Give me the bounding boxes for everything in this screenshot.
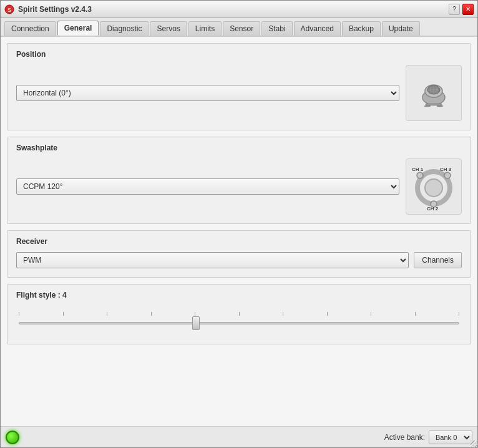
flight-style-section: Flight style : 4 xyxy=(7,284,471,344)
tick-0 xyxy=(19,312,19,316)
status-led xyxy=(6,431,19,444)
position-section: Position Horizontal (0°) Vertical (90°) … xyxy=(7,43,471,130)
tick-7 xyxy=(327,312,328,316)
title-bar: S Spirit Settings v2.4.3 ? ✕ xyxy=(1,1,477,18)
main-window: S Spirit Settings v2.4.3 ? ✕ Connection … xyxy=(0,0,478,448)
swashplate-dropdown[interactable]: CCPM 120° CCPM 140° CCPM 90° Mechanical xyxy=(16,178,399,195)
tick-2 xyxy=(107,312,107,316)
tab-stabi[interactable]: Stabi xyxy=(261,21,292,36)
svg-rect-9 xyxy=(426,104,442,105)
position-image xyxy=(406,65,462,121)
active-bank-label: Active bank: xyxy=(384,433,425,442)
tick-6 xyxy=(283,312,283,316)
position-dropdown[interactable]: Horizontal (0°) Vertical (90°) Inverted … xyxy=(16,85,399,101)
swashplate-title: Swashplate xyxy=(16,144,462,152)
tab-limits[interactable]: Limits xyxy=(188,21,222,36)
svg-point-13 xyxy=(425,179,442,197)
svg-rect-11 xyxy=(437,105,443,107)
tick-9 xyxy=(415,312,416,316)
flight-style-label: Flight style : 4 xyxy=(16,291,462,299)
tick-1 xyxy=(63,312,64,316)
tab-backup[interactable]: Backup xyxy=(342,21,381,36)
svg-text:S: S xyxy=(7,7,11,13)
app-icon: S xyxy=(4,4,14,14)
position-title: Position xyxy=(16,50,462,59)
receiver-dropdown[interactable]: PWM PPM S-BUS DSM2 DSMX xyxy=(16,252,409,268)
tab-advanced[interactable]: Advanced xyxy=(294,21,341,36)
svg-text:CH 3: CH 3 xyxy=(440,167,452,172)
tab-general[interactable]: General xyxy=(57,21,99,36)
tab-diagnostic[interactable]: Diagnostic xyxy=(100,21,149,36)
resize-grip xyxy=(471,441,478,448)
help-button[interactable]: ? xyxy=(449,4,460,15)
main-content: Position Horizontal (0°) Vertical (90°) … xyxy=(1,37,477,426)
tab-servos[interactable]: Servos xyxy=(150,21,187,36)
tick-8 xyxy=(371,312,371,316)
tick-10 xyxy=(459,312,459,316)
svg-point-15 xyxy=(444,172,451,178)
svg-point-14 xyxy=(417,172,423,178)
tick-4 xyxy=(195,312,195,316)
svg-text:CH 2: CH 2 xyxy=(427,206,439,212)
window-title: Spirit Settings v2.4.3 xyxy=(18,5,92,14)
receiver-section: Receiver PWM PPM S-BUS DSM2 DSMX Channel… xyxy=(7,230,471,278)
tab-connection[interactable]: Connection xyxy=(4,21,56,36)
channels-button[interactable]: Channels xyxy=(414,252,462,268)
slider-container xyxy=(16,312,462,331)
tab-sensor[interactable]: Sensor xyxy=(223,21,260,36)
svg-rect-10 xyxy=(424,105,431,107)
tab-update[interactable]: Update xyxy=(382,21,420,36)
svg-text:CH 1: CH 1 xyxy=(412,167,424,172)
bank-select[interactable]: Bank 0 Bank 1 Bank 2 Bank 3 xyxy=(429,431,472,444)
receiver-title: Receiver xyxy=(16,237,462,246)
close-button[interactable]: ✕ xyxy=(462,4,474,15)
swashplate-image: CH 1 CH 3 CH 2 xyxy=(406,158,462,215)
status-bar: Active bank: Bank 0 Bank 1 Bank 2 Bank 3 xyxy=(1,426,477,447)
tab-bar: Connection General Diagnostic Servos Lim… xyxy=(1,18,477,37)
swashplate-section: Swashplate CCPM 120° CCPM 140° CCPM 90° … xyxy=(7,137,471,224)
flight-style-slider[interactable] xyxy=(19,317,459,329)
tick-5 xyxy=(239,312,240,316)
tick-3 xyxy=(151,312,152,316)
